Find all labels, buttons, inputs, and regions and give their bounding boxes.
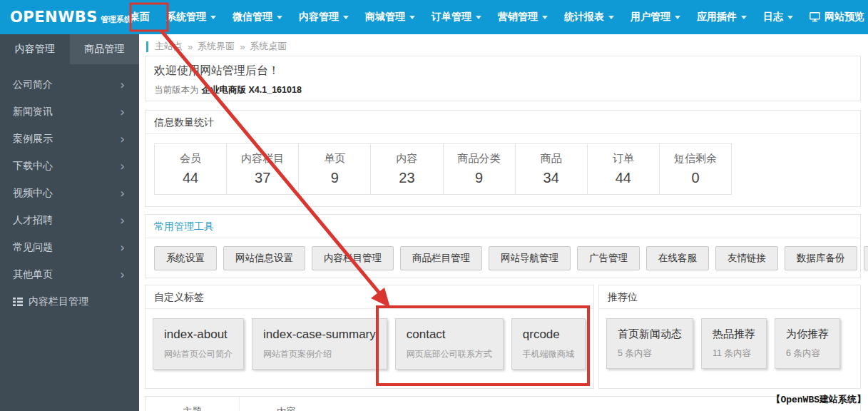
breadcrumb-separator: » (240, 41, 245, 52)
stat-content-categories: 内容栏目37 (227, 144, 299, 194)
stat-single-pages: 单页9 (299, 144, 371, 194)
chevron-right-icon: › (120, 133, 125, 146)
stat-product-categories: 商品分类9 (444, 144, 516, 194)
sidebar-item-cases[interactable]: 案例展示› (0, 126, 139, 153)
monitor-icon (810, 12, 820, 22)
stat-content: 内容23 (371, 144, 443, 194)
nav-item-wechat[interactable]: 微信管理 (225, 0, 290, 34)
recommend-panel: 推荐位 首页新闻动态 5 条内容 热品推荐 11 条内容 为你推荐 6 条内容 (598, 285, 861, 389)
recommend-card-hot-products[interactable]: 热品推荐 11 条内容 (701, 318, 767, 369)
ad-manage-button[interactable]: 广告管理 (577, 246, 640, 270)
chevron-down-icon (542, 16, 548, 19)
breadcrumb-accent-bar (146, 41, 148, 52)
custom-tags-cards: index-about 网站首页公司简介 index-case-summary … (145, 309, 593, 379)
nav-item-logs[interactable]: 日志 (756, 0, 800, 34)
chevron-down-icon (787, 16, 793, 19)
breadcrumb: 主站点 » 系统界面 » 系统桌面 (146, 40, 287, 53)
sidebar-menu: 公司简介› 新闻资讯› 案例展示› 下载中心› 视频中心› 人才招聘› 常见问题… (0, 64, 139, 315)
tools-panel: 常用管理工具 系统设置 网站信息设置 内容栏目管理 商品栏目管理 网站导航管理 … (145, 214, 861, 278)
chevron-down-icon (476, 16, 481, 19)
sidebar-item-other-pages[interactable]: 其他单页› (0, 261, 139, 288)
chevron-down-icon (343, 16, 349, 19)
sidebar-tab-content[interactable]: 内容管理 (0, 34, 70, 64)
sidebar: 内容管理 商品管理 公司简介› 新闻资讯› 案例展示› 下载中心› 视频中心› … (0, 34, 139, 411)
sidebar-item-faq[interactable]: 常见问题› (0, 234, 139, 261)
nav-item-site-preview[interactable]: 网站预览 (802, 0, 868, 34)
site-nav-manage-button[interactable]: 网站导航管理 (489, 246, 571, 270)
watermark-text: 【OpenWBS建站系统】 (771, 393, 866, 406)
system-settings-button[interactable]: 系统设置 (154, 246, 217, 270)
bottom-panel: 主题 内容 (145, 396, 861, 411)
stats-panel-title: 信息数量统计 (145, 111, 860, 134)
nav-item-orders[interactable]: 订单管理 (424, 0, 489, 34)
recommend-card-home-news[interactable]: 首页新闻动态 5 条内容 (606, 318, 693, 369)
tools-buttons-row: 系统设置 网站信息设置 内容栏目管理 商品栏目管理 网站导航管理 广告管理 在线… (145, 238, 860, 278)
recommend-card-for-you[interactable]: 为你推荐 6 条内容 (775, 318, 840, 369)
sidebar-item-recruit[interactable]: 人才招聘› (0, 207, 139, 234)
chevron-down-icon (277, 16, 282, 19)
site-preview-button[interactable]: 网站预览 (864, 246, 868, 270)
tag-card-index-case-summary[interactable]: index-case-summary 网站首页案例介绍 (252, 318, 387, 370)
sidebar-item-downloads[interactable]: 下载中心› (0, 153, 139, 180)
sidebar-tabs: 内容管理 商品管理 (0, 34, 139, 64)
breadcrumb-current: 系统桌面 (250, 40, 287, 53)
sidebar-item-videos[interactable]: 视频中心› (0, 180, 139, 207)
app-logo: OPENWBS管理系统 (0, 9, 123, 26)
product-category-manage-button[interactable]: 商品栏目管理 (400, 246, 482, 270)
bottom-panel-col1: 主题 (145, 397, 240, 411)
version-value: 企业电商版 X4.1_161018 (202, 85, 302, 95)
breadcrumb-root[interactable]: 主站点 (155, 40, 183, 53)
main-content: 主站点 » 系统界面 » 系统桌面 欢迎使用网站管理后台！ 当前版本为企业电商版… (139, 34, 868, 411)
tag-card-qrcode[interactable]: qrcode 手机端微商城 (511, 318, 586, 370)
logo-badge: 管理系统 (101, 15, 132, 24)
tag-card-index-about[interactable]: index-about 网站首页公司简介 (153, 318, 244, 370)
nav-item-plugins[interactable]: 应用插件 (690, 0, 754, 34)
nav-item-system[interactable]: 系统管理 (159, 0, 223, 34)
chevron-right-icon: › (120, 215, 125, 227)
chevron-right-icon: › (120, 106, 125, 118)
version-prefix: 当前版本为 (154, 85, 199, 95)
custom-tags-panel: 自定义标签 index-about 网站首页公司简介 index-case-su… (145, 285, 594, 389)
custom-tags-title: 自定义标签 (145, 285, 593, 309)
chevron-down-icon (409, 16, 415, 19)
chevron-right-icon: › (120, 242, 125, 254)
nav-item-content[interactable]: 内容管理 (292, 0, 356, 34)
chevron-down-icon (608, 16, 614, 19)
welcome-title: 欢迎使用网站管理后台！ (154, 64, 852, 78)
stat-products: 商品34 (516, 144, 588, 194)
sidebar-item-content-categories[interactable]: 内容栏目管理 (0, 288, 139, 315)
tag-card-contact[interactable]: contact 网页底部公司联系方式 (395, 318, 504, 370)
bottom-panel-col2: 内容 (240, 397, 296, 411)
chevron-right-icon: › (120, 269, 125, 281)
db-backup-button[interactable]: 数据库备份 (785, 246, 857, 270)
nav-item-marketing[interactable]: 营销管理 (491, 0, 555, 34)
friend-links-button[interactable]: 友情链接 (715, 246, 778, 270)
sidebar-item-news[interactable]: 新闻资讯› (0, 98, 139, 126)
nav-item-mall[interactable]: 商城管理 (358, 0, 422, 34)
stats-panel: 信息数量统计 会员44 内容栏目37 单页9 内容23 商品分类9 商品34 订… (145, 110, 861, 207)
list-icon (13, 298, 23, 306)
breadcrumb-separator: » (188, 41, 193, 52)
nav-item-users[interactable]: 用户管理 (623, 0, 688, 34)
sidebar-tab-goods[interactable]: 商品管理 (70, 34, 140, 64)
recommend-title: 推荐位 (599, 285, 860, 309)
version-line: 当前版本为企业电商版 X4.1_161018 (154, 84, 852, 96)
sidebar-item-company-profile[interactable]: 公司简介› (0, 71, 139, 98)
chevron-down-icon (741, 16, 747, 19)
tools-panel-title: 常用管理工具 (145, 215, 860, 238)
chevron-right-icon: › (120, 188, 125, 200)
chevron-right-icon: › (120, 161, 125, 173)
chevron-down-icon (210, 16, 216, 19)
logo-text: OPENWBS (10, 9, 98, 26)
site-info-settings-button[interactable]: 网站信息设置 (223, 246, 305, 270)
chevron-right-icon: › (120, 79, 125, 91)
recommend-cards: 首页新闻动态 5 条内容 热品推荐 11 条内容 为你推荐 6 条内容 (599, 309, 860, 378)
top-nav: 桌面 系统管理 微信管理 内容管理 商城管理 订单管理 营销管理 统计报表 用户… (123, 0, 868, 34)
stats-table: 会员44 内容栏目37 单页9 内容23 商品分类9 商品34 订单44 短信剩… (154, 143, 732, 195)
nav-item-reports[interactable]: 统计报表 (557, 0, 621, 34)
online-service-button[interactable]: 在线客服 (646, 246, 709, 270)
welcome-panel: 欢迎使用网站管理后台！ 当前版本为企业电商版 X4.1_161018 (145, 56, 861, 101)
content-category-manage-button[interactable]: 内容栏目管理 (312, 246, 394, 270)
chevron-down-icon (675, 16, 680, 19)
breadcrumb-section[interactable]: 系统界面 (198, 40, 235, 53)
